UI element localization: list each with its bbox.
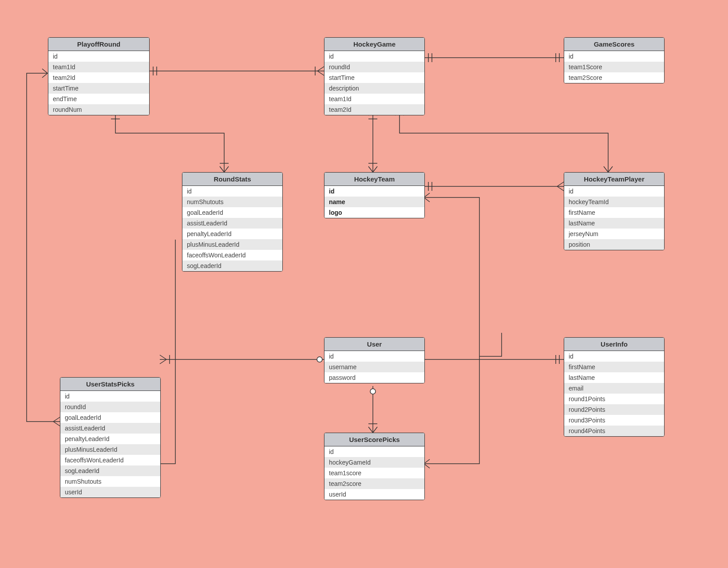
- field: penaltyLeaderId: [182, 229, 282, 239]
- field: id: [564, 351, 664, 362]
- field: plusMinusLeaderId: [182, 239, 282, 250]
- entity-user: User id username password: [324, 337, 425, 383]
- field: id: [182, 186, 282, 197]
- field: startTime: [324, 72, 424, 83]
- field: roundNum: [48, 104, 149, 115]
- field: team1Id: [48, 62, 149, 72]
- entity-header: UserStatsPicks: [60, 378, 160, 391]
- field: round4Points: [564, 426, 664, 436]
- field: id: [564, 51, 664, 62]
- entity-hockeygame: HockeyGame id roundId startTime descript…: [324, 37, 425, 115]
- field: faceoffsWonLeaderId: [60, 455, 160, 465]
- field: lastName: [564, 372, 664, 383]
- field: description: [324, 83, 424, 94]
- field: team1Score: [564, 62, 664, 72]
- entity-gamescores: GameScores id team1Score team2Score: [564, 37, 665, 83]
- entity-header: HockeyTeamPlayer: [564, 173, 664, 186]
- field: numShutouts: [182, 197, 282, 207]
- field: hockeyTeamId: [564, 197, 664, 207]
- field: goalLeaderId: [182, 207, 282, 218]
- field: id: [324, 51, 424, 62]
- field: logo: [324, 207, 424, 218]
- svg-point-0: [317, 357, 322, 362]
- entity-roundstats: RoundStats id numShutouts goalLeaderId a…: [182, 172, 283, 272]
- field: round1Points: [564, 394, 664, 404]
- field: round3Points: [564, 415, 664, 426]
- field: name: [324, 197, 424, 207]
- field: password: [324, 372, 424, 383]
- entity-playoffround: PlayoffRound id team1Id team2Id startTim…: [48, 37, 150, 115]
- field: firstName: [564, 362, 664, 372]
- field: sogLeaderId: [182, 260, 282, 271]
- field: id: [564, 186, 664, 197]
- entity-header: PlayoffRound: [48, 38, 149, 51]
- field: goalLeaderId: [60, 412, 160, 423]
- field: id: [324, 446, 424, 457]
- field: penaltyLeaderId: [60, 434, 160, 444]
- field: id: [324, 186, 424, 197]
- entity-header: HockeyGame: [324, 38, 424, 51]
- field: assistLeaderId: [182, 218, 282, 229]
- entity-header: UserInfo: [564, 338, 664, 351]
- field: team2score: [324, 478, 424, 489]
- field: team2Id: [48, 72, 149, 83]
- field: assistLeaderId: [60, 423, 160, 434]
- field: position: [564, 239, 664, 250]
- field: hockeyGameId: [324, 457, 424, 468]
- entity-userinfo: UserInfo id firstName lastName email rou…: [564, 337, 665, 437]
- field: startTime: [48, 83, 149, 94]
- field: roundId: [324, 62, 424, 72]
- field: jerseyNum: [564, 229, 664, 239]
- field: roundId: [60, 402, 160, 412]
- entity-header: GameScores: [564, 38, 664, 51]
- field: firstName: [564, 207, 664, 218]
- entity-header: RoundStats: [182, 173, 282, 186]
- entity-hockeyteamplayer: HockeyTeamPlayer id hockeyTeamId firstNa…: [564, 172, 665, 250]
- field: id: [60, 391, 160, 402]
- entity-hockeyteam: HockeyTeam id name logo: [324, 172, 425, 218]
- field: faceoffsWonLeaderId: [182, 250, 282, 260]
- field: userId: [324, 489, 424, 500]
- field: team1score: [324, 468, 424, 478]
- field: id: [48, 51, 149, 62]
- svg-point-1: [370, 389, 376, 394]
- entity-header: UserScorePicks: [324, 433, 424, 446]
- field: endTime: [48, 94, 149, 104]
- field: team1Id: [324, 94, 424, 104]
- field: team2Id: [324, 104, 424, 115]
- field: email: [564, 383, 664, 394]
- field: team2Score: [564, 72, 664, 83]
- entity-header: HockeyTeam: [324, 173, 424, 186]
- entity-header: User: [324, 338, 424, 351]
- field: numShutouts: [60, 476, 160, 487]
- field: userId: [60, 487, 160, 497]
- entity-userscorepicks: UserScorePicks id hockeyGameId team1scor…: [324, 433, 425, 500]
- field: id: [324, 351, 424, 362]
- field: sogLeaderId: [60, 465, 160, 476]
- entity-userstatspicks: UserStatsPicks id roundId goalLeaderId a…: [60, 377, 161, 498]
- field: round2Points: [564, 404, 664, 415]
- field: lastName: [564, 218, 664, 229]
- field: plusMinusLeaderId: [60, 444, 160, 455]
- field: username: [324, 362, 424, 372]
